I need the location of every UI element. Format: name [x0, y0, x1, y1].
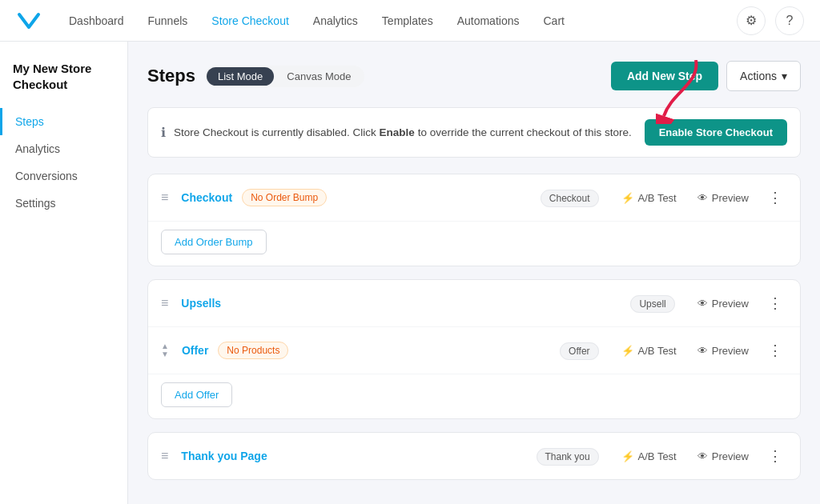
- thankyou-ab-test-button[interactable]: ⚡ A/B Test: [615, 446, 683, 466]
- add-new-step-button[interactable]: Add New Step: [611, 62, 718, 90]
- top-nav: Dashboard Funnels Store Checkout Analyti…: [0, 0, 820, 42]
- add-order-bump-button[interactable]: Add Order Bump: [161, 230, 267, 254]
- ab-label: A/B Test: [638, 450, 677, 462]
- offer-row: ▲ ▼ Offer No Products Offer ⚡ A/B Test: [148, 327, 800, 374]
- nav-funnels[interactable]: Funnels: [139, 10, 198, 32]
- checkout-row: ≡ Checkout No Order Bump Checkout ⚡ A/B …: [148, 174, 800, 221]
- thankyou-actions: ⚡ A/B Test 👁 Preview ⋮: [615, 444, 787, 468]
- steps-title: Steps: [147, 66, 195, 86]
- preview-label: Preview: [712, 298, 749, 310]
- eye-icon: 👁: [697, 298, 708, 310]
- upsells-group: ≡ Upsells Upsell 👁 Preview ⋮ ▲: [147, 279, 801, 419]
- nav-cart[interactable]: Cart: [533, 10, 573, 32]
- canvas-mode-btn[interactable]: Canvas Mode: [275, 67, 362, 86]
- checkout-more-button[interactable]: ⋮: [763, 186, 787, 210]
- ab-icon: ⚡: [621, 345, 634, 357]
- list-mode-btn[interactable]: List Mode: [207, 67, 274, 86]
- offer-actions: ⚡ A/B Test 👁 Preview ⋮: [615, 338, 787, 362]
- checkout-type: Checkout: [541, 191, 599, 204]
- chevron-down-icon: ▾: [782, 70, 787, 82]
- upsells-preview-button[interactable]: 👁 Preview: [691, 294, 755, 314]
- thankyou-step-name[interactable]: Thank you Page: [181, 450, 267, 462]
- drag-icon: ≡: [161, 190, 168, 205]
- info-icon: ℹ: [161, 125, 166, 140]
- app-layout: My New Store Checkout Steps Analytics Co…: [0, 42, 820, 504]
- checkout-card: ≡ Checkout No Order Bump Checkout ⚡ A/B …: [147, 174, 801, 266]
- sidebar-item-analytics[interactable]: Analytics: [0, 135, 127, 162]
- ab-icon: ⚡: [621, 450, 634, 462]
- preview-label: Preview: [712, 450, 749, 462]
- upsells-type-label: Upsell: [630, 295, 674, 313]
- alert-banner: ℹ Store Checkout is currently disabled. …: [147, 107, 801, 158]
- thankyou-preview-button[interactable]: 👁 Preview: [691, 446, 755, 466]
- thankyou-type: Thank you: [537, 450, 599, 462]
- actions-label: Actions: [740, 70, 777, 82]
- upsells-type: Upsell: [630, 297, 674, 310]
- settings-icon-btn[interactable]: ⚙: [737, 6, 766, 35]
- steps-header: Steps List Mode Canvas Mode Add New Step…: [147, 61, 801, 91]
- upsells-more-button[interactable]: ⋮: [763, 291, 787, 315]
- sidebar-title: My New Store Checkout: [0, 61, 127, 108]
- no-order-bump-badge: No Order Bump: [242, 189, 327, 206]
- offer-step-name[interactable]: Offer: [182, 344, 208, 357]
- nav-store-checkout[interactable]: Store Checkout: [202, 10, 299, 32]
- sidebar-item-conversions[interactable]: Conversions: [0, 162, 127, 190]
- offer-type: Offer: [560, 344, 598, 357]
- mode-toggle: List Mode Canvas Mode: [205, 66, 364, 87]
- checkout-preview-button[interactable]: 👁 Preview: [691, 188, 755, 208]
- offer-type-label: Offer: [560, 342, 598, 360]
- nav-dashboard[interactable]: Dashboard: [59, 10, 134, 32]
- actions-button[interactable]: Actions ▾: [726, 61, 801, 91]
- thankyou-type-label: Thank you: [537, 448, 599, 466]
- preview-label: Preview: [712, 192, 749, 204]
- logo: [16, 8, 42, 34]
- ab-icon: ⚡: [621, 192, 634, 204]
- thankyou-drag-icon: ≡: [161, 449, 168, 463]
- nav-templates[interactable]: Templates: [372, 10, 443, 32]
- preview-label: Preview: [712, 345, 749, 357]
- main-content: Steps List Mode Canvas Mode Add New Step…: [128, 42, 820, 504]
- upsells-step-name[interactable]: Upsells: [181, 297, 221, 310]
- upsells-drag-icon: ≡: [161, 296, 168, 310]
- upsells-actions: 👁 Preview ⋮: [691, 291, 787, 315]
- add-offer-button[interactable]: Add Offer: [161, 382, 232, 407]
- ab-label: A/B Test: [638, 192, 677, 204]
- sidebar-item-settings[interactable]: Settings: [0, 190, 127, 217]
- thankyou-card: ≡ Thank you Page Thank you ⚡ A/B Test 👁 …: [147, 432, 801, 480]
- nav-automations[interactable]: Automations: [448, 10, 529, 32]
- eye-icon: 👁: [697, 450, 708, 462]
- checkout-type-label: Checkout: [541, 190, 599, 207]
- offer-sort-icon: ▲ ▼: [161, 342, 169, 358]
- offer-footer: Add Offer: [148, 374, 800, 418]
- enable-store-checkout-button[interactable]: Enable Store Checkout: [645, 119, 787, 146]
- offer-section: ▲ ▼ Offer No Products Offer ⚡ A/B Test: [148, 326, 800, 418]
- sidebar-item-steps[interactable]: Steps: [0, 108, 127, 135]
- offer-more-button[interactable]: ⋮: [763, 338, 787, 362]
- alert-text: Store Checkout is currently disabled. Cl…: [174, 126, 637, 138]
- checkout-actions: ⚡ A/B Test 👁 Preview ⋮: [615, 186, 787, 210]
- help-icon-btn[interactable]: ?: [775, 6, 804, 35]
- checkout-step-name[interactable]: Checkout: [181, 191, 232, 204]
- nav-analytics[interactable]: Analytics: [303, 10, 368, 32]
- thankyou-row: ≡ Thank you Page Thank you ⚡ A/B Test 👁 …: [148, 433, 800, 479]
- eye-icon: 👁: [697, 345, 708, 357]
- thankyou-more-button[interactable]: ⋮: [763, 444, 787, 468]
- no-products-badge: No Products: [218, 342, 288, 359]
- checkout-ab-test-button[interactable]: ⚡ A/B Test: [615, 188, 683, 208]
- nav-icons: ⚙ ?: [737, 6, 804, 35]
- offer-ab-test-button[interactable]: ⚡ A/B Test: [615, 341, 683, 361]
- checkout-footer: Add Order Bump: [148, 221, 800, 266]
- eye-icon: 👁: [697, 192, 708, 204]
- upsells-row: ≡ Upsells Upsell 👁 Preview ⋮: [148, 280, 800, 326]
- offer-preview-button[interactable]: 👁 Preview: [691, 341, 755, 361]
- ab-label: A/B Test: [638, 345, 677, 357]
- sidebar: My New Store Checkout Steps Analytics Co…: [0, 42, 128, 504]
